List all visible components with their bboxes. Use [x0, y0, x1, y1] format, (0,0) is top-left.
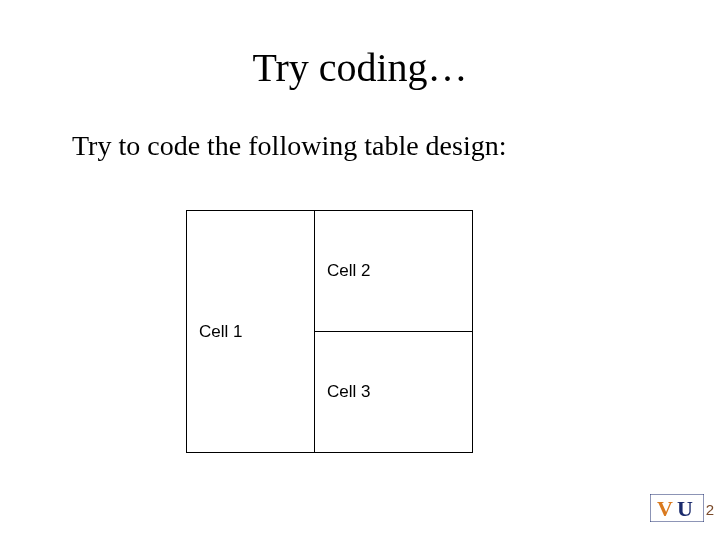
table-cell-2: Cell 2 — [315, 211, 473, 332]
svg-text:U: U — [677, 496, 693, 521]
table-cell-1: Cell 1 — [187, 211, 315, 453]
svg-text:V: V — [657, 496, 673, 521]
instruction-text: Try to code the following table design: — [72, 130, 506, 162]
example-table: Cell 1 Cell 2 Cell 3 — [186, 210, 473, 453]
table-design: Cell 1 Cell 2 Cell 3 — [186, 210, 472, 453]
page-title: Try coding… — [0, 44, 720, 91]
slide: Try coding… Try to code the following ta… — [0, 0, 720, 540]
table-cell-3: Cell 3 — [315, 332, 473, 453]
page-number: 2 — [706, 501, 714, 518]
vu-logo: V U — [650, 494, 704, 522]
